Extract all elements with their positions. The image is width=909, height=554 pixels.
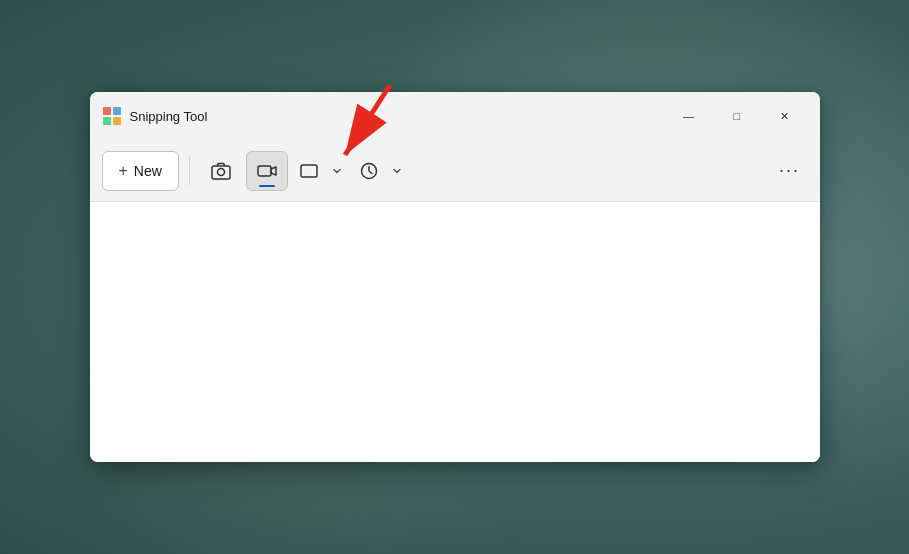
titlebar-left: Snipping Tool (102, 106, 666, 126)
titlebar: Snipping Tool — □ ✕ (90, 92, 820, 140)
clock-icon (359, 161, 379, 181)
svg-rect-3 (113, 107, 121, 115)
snip-shape-icon (299, 161, 319, 181)
svg-rect-2 (103, 107, 111, 115)
close-button[interactable]: ✕ (762, 100, 808, 132)
app-window: Snipping Tool — □ ✕ + New (90, 92, 820, 462)
content-area (90, 202, 820, 462)
app-icon (102, 106, 122, 126)
new-plus-icon: + (119, 162, 128, 180)
history-dropdown-button[interactable] (386, 151, 408, 191)
history-button[interactable] (352, 151, 386, 191)
screenshot-mode-button[interactable] (200, 151, 242, 191)
app-title: Snipping Tool (130, 109, 208, 124)
new-button-label: New (134, 163, 162, 179)
more-options-button[interactable]: ··· (772, 153, 808, 189)
chevron-down-icon-2 (392, 166, 402, 176)
svg-rect-8 (258, 166, 271, 176)
new-button[interactable]: + New (102, 151, 179, 191)
snip-shape-dropdown-button[interactable] (326, 151, 348, 191)
more-dots: ··· (779, 160, 800, 181)
svg-rect-9 (301, 165, 317, 177)
maximize-button[interactable]: □ (714, 100, 760, 132)
toolbar: + New (90, 140, 820, 202)
titlebar-controls: — □ ✕ (666, 100, 808, 132)
svg-point-7 (217, 168, 224, 175)
svg-rect-4 (103, 117, 111, 125)
minimize-button[interactable]: — (666, 100, 712, 132)
camera-icon (210, 160, 232, 182)
chevron-down-icon (332, 166, 342, 176)
svg-rect-5 (113, 117, 121, 125)
toolbar-separator (189, 157, 190, 185)
history-group (352, 151, 408, 191)
video-mode-button[interactable] (246, 151, 288, 191)
snip-shape-group (292, 151, 348, 191)
video-camera-icon (256, 160, 278, 182)
snip-shape-button[interactable] (292, 151, 326, 191)
